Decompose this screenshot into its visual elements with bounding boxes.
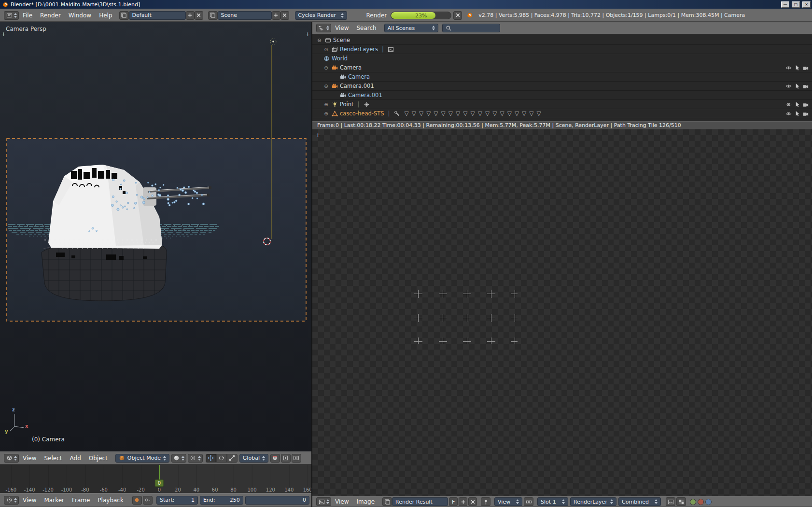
multiview-select[interactable]: View	[494, 497, 522, 506]
timeline-region[interactable]: -160-140-120-100-80-60-40-20020406080100…	[0, 465, 311, 493]
editor-type-button-image[interactable]	[316, 497, 331, 506]
unlink-image-button[interactable]	[468, 497, 477, 506]
selectability-pointer-icon[interactable]	[794, 101, 800, 108]
close-button[interactable]: ✕	[802, 1, 811, 8]
expander-icon[interactable]: ⊕	[323, 102, 329, 107]
visibility-eye-icon[interactable]	[785, 110, 792, 117]
outliner-row[interactable]: ⊙RenderLayers|	[312, 45, 812, 54]
mode-select[interactable]: Object Mode	[115, 454, 169, 463]
render-engine-select[interactable]: Cycles Render	[295, 11, 347, 20]
new-image-button[interactable]	[459, 497, 467, 506]
manipulator-translate-button[interactable]	[206, 454, 216, 463]
screen-layout-field[interactable]: Default	[129, 11, 186, 20]
expander-icon[interactable]: ⊕	[323, 111, 329, 116]
expander-icon[interactable]: ⊖	[323, 84, 329, 89]
menu-search[interactable]: Search	[352, 25, 380, 31]
image-datablock-field[interactable]: Render Result	[392, 497, 448, 506]
editor-type-button-3dview[interactable]	[4, 454, 19, 463]
render-visibility-camera-icon[interactable]	[802, 101, 809, 108]
expander-icon[interactable]: ⊖	[316, 38, 322, 43]
auto-keyframe-button[interactable]	[132, 496, 142, 505]
menu-view[interactable]: View	[331, 25, 352, 31]
render-visibility-camera-icon[interactable]	[802, 110, 809, 117]
browse-image-button[interactable]	[382, 497, 392, 506]
imgsmall-icon[interactable]	[388, 46, 394, 53]
outliner-item-label[interactable]: RenderLayers	[340, 46, 378, 53]
menu-render[interactable]: Render	[36, 12, 65, 19]
channel-green-button[interactable]	[690, 499, 696, 505]
timeline-playhead[interactable]: 0	[159, 465, 160, 487]
outliner-row[interactable]: ⊕Point|	[312, 100, 812, 109]
outliner-row[interactable]: Camera.001	[312, 91, 812, 100]
fake-user-button[interactable]: F	[449, 497, 458, 506]
browse-scenes-button[interactable]	[208, 11, 218, 20]
selectability-pointer-icon[interactable]	[794, 110, 800, 117]
menu-view[interactable]: View	[19, 497, 40, 504]
outliner-item-label[interactable]: Camera.001	[348, 92, 382, 99]
outliner-item-label[interactable]: Camera	[340, 64, 362, 71]
wrench-icon[interactable]	[393, 110, 400, 117]
menu-view[interactable]: View	[331, 498, 352, 505]
expander-icon[interactable]: ⊙	[323, 47, 329, 52]
snap-element-button[interactable]	[281, 454, 291, 463]
transform-orientation-select[interactable]: Global	[239, 454, 268, 463]
visibility-eye-icon[interactable]	[785, 64, 792, 71]
opengl-render-button[interactable]	[292, 454, 301, 463]
outliner-row[interactable]: ⊖Scene	[312, 36, 812, 45]
outliner-scope-select[interactable]: All Scenes	[384, 24, 438, 32]
region-expand-icon[interactable]: +	[305, 31, 310, 37]
delete-scene-button[interactable]	[280, 11, 289, 20]
render-pass-select[interactable]: Combined	[618, 497, 661, 506]
expander-icon[interactable]: ⊖	[323, 65, 329, 70]
manipulator-scale-button[interactable]	[227, 454, 238, 463]
frame-start-field[interactable]: Start:1	[156, 496, 198, 505]
render-visibility-camera-icon[interactable]	[802, 83, 809, 89]
browse-layouts-button[interactable]	[119, 11, 129, 20]
outliner-item-label[interactable]: Point	[340, 101, 354, 108]
minimize-button[interactable]: —	[781, 1, 789, 8]
menu-file[interactable]: File	[19, 12, 36, 19]
image-editor-canvas[interactable]: +	[312, 129, 812, 496]
render-slot-select[interactable]: Slot 1	[537, 497, 568, 506]
menu-playback[interactable]: Playback	[94, 497, 127, 504]
frame-end-field[interactable]: End:250	[200, 496, 243, 505]
manipulator-rotate-button[interactable]	[216, 454, 227, 463]
menu-object[interactable]: Object	[85, 455, 112, 462]
outliner-item-label[interactable]: Camera.001	[340, 83, 374, 89]
region-expand-icon[interactable]: +	[1, 31, 6, 37]
pin-image-button[interactable]	[481, 497, 490, 506]
menu-view[interactable]: View	[19, 455, 40, 462]
delete-layout-button[interactable]	[195, 11, 203, 20]
selectability-pointer-icon[interactable]	[794, 83, 800, 89]
pivot-point-select[interactable]	[188, 454, 203, 463]
viewport-3d[interactable]: Camera Persp (0) Camera z y x + +	[0, 22, 311, 451]
maximize-button[interactable]: □	[792, 1, 800, 8]
snap-toggle-button[interactable]	[270, 454, 280, 463]
outliner-tree[interactable]: ⊖Scene⊙RenderLayers|World⊖CameraCamera⊖C…	[312, 34, 812, 121]
outliner-item-label[interactable]: casco-head-STS	[340, 110, 384, 117]
outliner-item-label[interactable]: Camera	[348, 73, 370, 80]
viewport-shading-select[interactable]	[171, 454, 186, 463]
lampdata-icon[interactable]	[363, 101, 370, 108]
visibility-eye-icon[interactable]	[785, 83, 792, 89]
outliner-item-label[interactable]: Scene	[333, 37, 350, 43]
menu-add[interactable]: Add	[66, 455, 85, 462]
editor-type-button-outliner[interactable]	[316, 24, 331, 32]
menu-image[interactable]: Image	[352, 498, 378, 505]
outliner-row[interactable]: World	[312, 54, 812, 63]
menu-select[interactable]: Select	[40, 455, 66, 462]
outliner-row[interactable]: ⊖Camera.001	[312, 82, 812, 91]
add-scene-button[interactable]	[272, 11, 280, 20]
menu-help[interactable]: Help	[95, 12, 116, 19]
outliner-row[interactable]: ⊖Camera	[312, 63, 812, 72]
outliner-row[interactable]: ⊕casco-head-STS|▽▽▽▽▽▽▽▽▽▽▽▽▽▽▽▽▽▽▽	[312, 109, 812, 118]
outliner-item-label[interactable]: World	[332, 55, 348, 62]
editor-type-button-info[interactable]	[4, 11, 19, 20]
channel-blue-button[interactable]	[705, 499, 712, 505]
visibility-eye-icon[interactable]	[785, 101, 792, 108]
outliner-search-input[interactable]	[454, 25, 495, 31]
editor-type-button-timeline[interactable]	[4, 496, 19, 505]
stereo-3d-button[interactable]	[524, 497, 533, 506]
region-expand-icon[interactable]: +	[315, 132, 321, 138]
image-draw-button[interactable]	[666, 497, 675, 506]
